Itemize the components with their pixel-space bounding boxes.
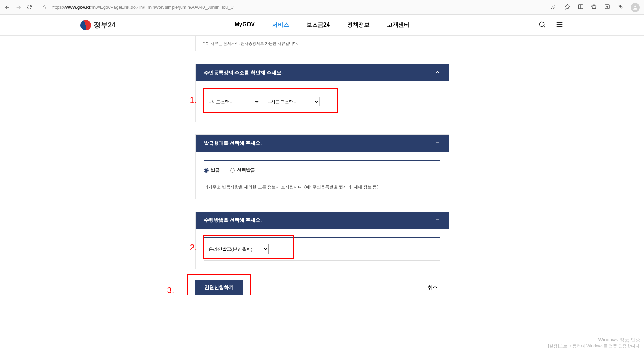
page-body: * 이 서류는 단서서식, 단서증명서로 가능한 서류입니다. 주민등록상의 주… bbox=[195, 36, 449, 295]
split-screen-icon[interactable] bbox=[578, 4, 584, 11]
nav-mygov[interactable]: MyGOV bbox=[234, 21, 255, 29]
nav-policy[interactable]: 정책정보 bbox=[347, 21, 370, 29]
svg-point-11 bbox=[540, 22, 544, 26]
note-text: * 이 서류는 단서서식, 단서증명서로 가능한 서류입니다. bbox=[203, 41, 298, 46]
favorite-icon[interactable] bbox=[564, 4, 570, 11]
favorites-list-icon[interactable] bbox=[591, 4, 597, 11]
menu-icon[interactable] bbox=[556, 21, 564, 30]
nav-subsidy[interactable]: 보조금24 bbox=[307, 21, 330, 29]
panel-address-title: 주민등록상의 주소를 확인해 주세요. bbox=[204, 70, 283, 76]
text-size-icon[interactable]: A》 bbox=[551, 4, 557, 10]
chevron-up-icon bbox=[435, 69, 440, 76]
logo-icon bbox=[80, 20, 91, 30]
radio-issue[interactable]: 발급 bbox=[204, 167, 220, 173]
select-receipt-method[interactable]: 온라인발급(본인출력) bbox=[204, 244, 269, 254]
panel-receipt: 수령방법을 선택해 주세요. 온라인발급(본인출력) 2. bbox=[195, 212, 449, 269]
site-logo[interactable]: 정부24 bbox=[80, 20, 115, 30]
collections-icon[interactable] bbox=[604, 4, 610, 11]
radio-select-issue-input[interactable] bbox=[230, 168, 235, 173]
svg-rect-0 bbox=[43, 7, 46, 9]
browser-toolbar: https://www.gov.kr/mw/EgovPageLink.do?li… bbox=[0, 0, 644, 15]
svg-line-9 bbox=[620, 6, 621, 7]
chevron-up-icon bbox=[435, 140, 440, 147]
forward-button[interactable] bbox=[15, 4, 22, 11]
extension-icon[interactable] bbox=[617, 4, 624, 11]
main-nav: MyGOV 서비스 보조금24 정책정보 고객센터 bbox=[234, 21, 410, 29]
reload-button[interactable] bbox=[27, 4, 33, 11]
lock-icon bbox=[42, 5, 47, 10]
search-icon[interactable] bbox=[538, 21, 546, 30]
issue-desc: 과거주소 변동사항을 제외한 모든 정보가 표시됩니다. (예: 주민등록번호 … bbox=[204, 179, 440, 190]
note-box: * 이 서류는 단서서식, 단서증명서로 가능한 서류입니다. bbox=[195, 36, 449, 51]
back-button[interactable] bbox=[4, 4, 10, 11]
select-sido[interactable]: --시도선택-- bbox=[204, 97, 260, 106]
svg-line-12 bbox=[544, 26, 545, 27]
annotation-label-3: 3. bbox=[167, 285, 174, 295]
cancel-button[interactable]: 취소 bbox=[416, 280, 449, 295]
radio-issue-input[interactable] bbox=[204, 168, 209, 173]
nav-service[interactable]: 서비스 bbox=[272, 21, 289, 29]
panel-receipt-title: 수령방법을 선택해 주세요. bbox=[204, 217, 262, 223]
submit-button[interactable]: 민원신청하기 bbox=[195, 280, 243, 295]
profile-avatar[interactable] bbox=[631, 3, 640, 12]
select-sigungu[interactable]: --시군구선택-- bbox=[264, 97, 320, 106]
nav-support[interactable]: 고객센터 bbox=[387, 21, 410, 29]
site-header: 정부24 MyGOV 서비스 보조금24 정책정보 고객센터 bbox=[0, 15, 644, 36]
logo-text: 정부24 bbox=[94, 20, 115, 30]
panel-issue-header[interactable]: 발급형태를 선택해 주세요. bbox=[196, 135, 449, 152]
annotation-label-2: 2. bbox=[190, 243, 197, 253]
panel-receipt-header[interactable]: 수령방법을 선택해 주세요. bbox=[196, 212, 449, 229]
panel-issue-type: 발급형태를 선택해 주세요. 발급 선택발급 과거주소 변동사항을 제외한 모든… bbox=[195, 134, 449, 199]
radio-select-issue[interactable]: 선택발급 bbox=[230, 167, 255, 173]
panel-issue-title: 발급형태를 선택해 주세요. bbox=[204, 140, 262, 146]
address-bar[interactable]: https://www.gov.kr/mw/EgovPageLink.do?li… bbox=[52, 5, 546, 10]
panel-address: 주민등록상의 주소를 확인해 주세요. --시도선택-- --시군구선택-- 1… bbox=[195, 64, 449, 122]
annotation-label-1: 1. bbox=[190, 95, 197, 105]
svg-point-10 bbox=[634, 5, 636, 7]
chevron-up-icon bbox=[435, 217, 440, 224]
panel-address-header[interactable]: 주민등록상의 주소를 확인해 주세요. bbox=[196, 64, 449, 81]
